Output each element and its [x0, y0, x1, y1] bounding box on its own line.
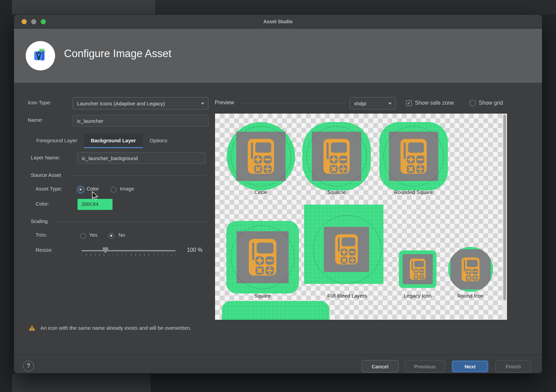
preview-label-square: Square	[254, 293, 271, 299]
asset-type-color-option-label[interactable]: Color	[87, 186, 99, 192]
tab-options[interactable]: Options	[143, 134, 174, 148]
color-label: Color:	[36, 201, 49, 207]
preview-label-circle: Circle	[254, 189, 267, 195]
android-studio-logo-icon	[26, 41, 55, 70]
background-window-dark-top	[155, 0, 556, 14]
preview-canvas: Circle Squircle Rounded Square	[215, 113, 507, 320]
preview-divider	[241, 103, 346, 103]
preview-scrollbar-thumb[interactable]	[503, 115, 506, 300]
wizard-header: Configure Image Asset	[14, 29, 542, 83]
preview-label-round: Round Icon	[457, 293, 484, 299]
chevron-down-icon	[388, 103, 392, 105]
layer-name-value: ic_launcher_background	[82, 155, 138, 161]
trim-yes-radio[interactable]	[80, 233, 86, 239]
preview-label-rounded-square: Rounded Square	[394, 189, 433, 195]
chevron-down-icon	[201, 103, 204, 105]
icon-type-value: Launcher Icons (Adaptive and Legacy)	[77, 101, 165, 106]
name-label: Name:	[28, 117, 43, 123]
asset-type-image-radio[interactable]	[111, 187, 116, 193]
trim-no-radio[interactable]	[109, 233, 114, 239]
preview-label-full-bleed: Full Bleed Layers	[327, 293, 367, 299]
asset-studio-dialog: Asset Studio Configure Image Asset Icon …	[14, 14, 542, 374]
source-asset-section-title: Source Asset	[31, 172, 61, 178]
density-select[interactable]: xhdpi	[350, 97, 396, 109]
cancel-button[interactable]: Cancel	[362, 360, 399, 373]
warning-icon	[28, 325, 36, 331]
preview-icon-full-bleed	[304, 205, 383, 284]
layer-name-label: Layer Name:	[31, 155, 60, 160]
preview-section-title: Preview	[215, 100, 234, 106]
desktop-background: Asset Studio Configure Image Asset Icon …	[0, 0, 556, 392]
name-value: ic_launcher	[77, 118, 103, 124]
page-title: Configure Image Asset	[64, 48, 172, 60]
trim-no-option-label[interactable]: No	[118, 232, 125, 238]
background-window-strip-top	[12, 0, 155, 14]
icon-type-select[interactable]: Launcher Icons (Adaptive and Legacy)	[73, 97, 209, 109]
background-window-strip-bottom	[12, 374, 151, 392]
show-grid-checkbox[interactable]	[470, 100, 476, 106]
show-safe-zone-checkbox[interactable]: ✓	[406, 100, 412, 106]
preview-label-legacy: Legacy Icon	[404, 293, 432, 299]
warning-row: An icon with the same name already exist…	[28, 325, 191, 331]
show-safe-zone-label[interactable]: Show safe zone	[415, 100, 454, 106]
help-button[interactable]: ?	[23, 361, 34, 371]
tab-foreground-layer[interactable]: Foreground Layer	[29, 134, 84, 148]
name-input[interactable]: ic_launcher	[73, 115, 209, 127]
resize-label: Resize:	[36, 247, 53, 253]
asset-type-image-option-label[interactable]: Image	[120, 186, 134, 192]
resize-slider-ticks	[81, 254, 176, 256]
preview-scrollbar[interactable]	[502, 114, 507, 320]
preview-label-squircle: Squircle	[327, 189, 346, 195]
asset-type-label: Asset Type:	[36, 186, 62, 192]
asset-type-color-radio[interactable]	[78, 187, 84, 193]
window-title: Asset Studio	[14, 15, 542, 28]
preview-icon-round	[448, 247, 493, 292]
tab-background-layer[interactable]: Background Layer	[84, 134, 143, 148]
preview-icon-rounded-square	[379, 122, 448, 191]
finish-button[interactable]: Finish	[495, 360, 531, 373]
resize-slider-thumb[interactable]	[103, 247, 108, 253]
show-grid-label[interactable]: Show grid	[479, 100, 503, 106]
preview-icon-squircle	[302, 122, 371, 191]
preview-icon-legacy	[399, 250, 437, 288]
next-button[interactable]: Next	[452, 360, 489, 373]
layer-tabs: Foreground Layer Background Layer Option…	[29, 134, 174, 148]
trim-yes-option-label[interactable]: Yes	[89, 232, 97, 238]
preview-icon-partial	[222, 301, 329, 320]
warning-text: An icon with the same name already exist…	[40, 325, 191, 331]
layer-name-input[interactable]: ic_launcher_background	[77, 152, 206, 164]
resize-percent-value: 100 %	[187, 247, 202, 253]
trim-label: Trim:	[36, 232, 47, 238]
scaling-divider	[56, 222, 206, 222]
icon-type-label: Icon Type:	[28, 100, 51, 105]
scaling-section-title: Scaling	[31, 218, 48, 224]
previous-button[interactable]: Previous	[405, 360, 445, 373]
source-asset-divider	[72, 175, 206, 176]
preview-icon-square	[226, 221, 299, 293]
resize-slider-track[interactable]	[81, 250, 176, 251]
mouse-cursor	[91, 191, 99, 201]
preview-icon-circle	[227, 122, 295, 191]
window-titlebar: Asset Studio	[14, 15, 542, 28]
density-value: xhdpi	[354, 101, 366, 106]
